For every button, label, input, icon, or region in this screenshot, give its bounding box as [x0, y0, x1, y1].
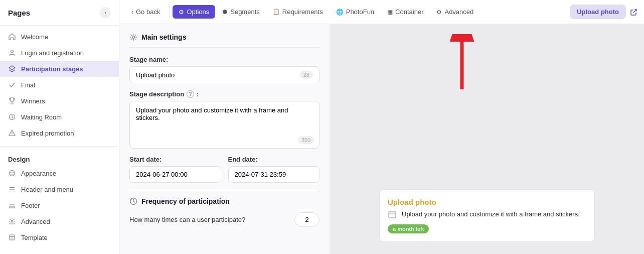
- checkmark-icon: [8, 81, 16, 89]
- frequency-count-input[interactable]: 2: [294, 212, 319, 227]
- sidebar-item-welcome[interactable]: Welcome: [0, 29, 119, 45]
- preview-card: Upload photo Upload your photo and custo…: [379, 189, 595, 242]
- stage-description-label: Stage description ? :: [129, 90, 319, 98]
- link-icon[interactable]: [630, 8, 638, 16]
- colon: :: [197, 90, 199, 98]
- sidebar-item-footer[interactable]: Footer: [0, 197, 119, 213]
- svg-rect-12: [10, 206, 15, 208]
- back-arrow-icon: ‹: [131, 9, 133, 16]
- pages-section: Welcome Login and registration Participa…: [0, 26, 119, 144]
- stage-name-field: Stage name: 28: [129, 56, 319, 83]
- frequency-icon: [129, 197, 137, 205]
- sidebar-item-label: Final: [21, 81, 35, 89]
- tab-label: Segments: [230, 8, 260, 16]
- main-settings-header: Main settings: [129, 33, 319, 48]
- sidebar-item-final[interactable]: Final: [0, 77, 119, 93]
- stage-name-label: Stage name:: [129, 56, 319, 63]
- sidebar-item-login[interactable]: Login and registration: [0, 45, 119, 61]
- design-section: Design Appearance Header and menu Footer…: [0, 149, 119, 248]
- sidebar-item-waiting-room[interactable]: Waiting Room: [0, 109, 119, 125]
- stage-description-textarea[interactable]: Upload your photo and customize it with …: [130, 101, 319, 147]
- tab-label: Advanced: [444, 8, 473, 16]
- sidebar-item-header[interactable]: Header and menu: [0, 181, 119, 197]
- start-date-field: Start date:: [129, 156, 221, 183]
- textarea-wrap: Upload your photo and customize it with …: [129, 101, 319, 149]
- upload-photo-label: Upload photo: [577, 8, 619, 16]
- sidebar-item-participation[interactable]: Participation stages: [0, 61, 119, 77]
- tab-label: PhotoFun: [346, 8, 374, 16]
- clock-icon: [8, 113, 16, 121]
- sidebar-collapse-button[interactable]: ‹: [100, 7, 111, 18]
- red-arrow-icon: [437, 34, 477, 94]
- upload-photo-button[interactable]: Upload photo: [570, 5, 626, 19]
- footer-icon: [8, 201, 16, 209]
- sidebar-item-expired[interactable]: Expired promotion: [0, 125, 119, 141]
- description-char-count: 250: [298, 136, 314, 144]
- alert-icon: [8, 129, 16, 137]
- sidebar-item-label: Template: [21, 234, 48, 241]
- svg-rect-22: [389, 212, 396, 218]
- help-icon[interactable]: ?: [187, 90, 194, 98]
- tab-label: Container: [395, 8, 423, 16]
- sidebar-item-appearance[interactable]: Appearance: [0, 165, 119, 181]
- svg-point-18: [132, 36, 135, 39]
- segments-icon: ⚈: [222, 9, 228, 16]
- sidebar-item-label: Welcome: [21, 33, 48, 41]
- sidebar-title: Pages: [8, 9, 30, 17]
- trophy-icon: [8, 97, 16, 105]
- sidebar-item-advanced[interactable]: Advanced: [0, 213, 119, 229]
- stage-name-input-wrap: 28: [129, 66, 319, 83]
- tab-advanced[interactable]: ⚙ Advanced: [430, 5, 479, 19]
- nav-divider: [169, 6, 170, 18]
- frequency-question: How many times can a user participate?: [129, 216, 245, 223]
- container-icon: ▦: [387, 9, 393, 16]
- start-date-input[interactable]: [129, 166, 221, 183]
- sidebar-item-winners[interactable]: Winners: [0, 93, 119, 109]
- sidebar-divider: [0, 146, 119, 147]
- design-section-label: Design: [0, 152, 119, 165]
- sidebar-item-label: Participation stages: [21, 65, 83, 73]
- main-settings-title: Main settings: [141, 33, 186, 41]
- palette-icon: [8, 169, 16, 177]
- tab-segments[interactable]: ⚈ Segments: [216, 5, 266, 19]
- svg-point-5: [11, 172, 12, 173]
- end-date-input[interactable]: [228, 166, 320, 183]
- tab-options[interactable]: ⚙ Options: [173, 5, 215, 19]
- preview-card-icon: [388, 210, 397, 219]
- svg-point-3: [12, 134, 12, 135]
- preview-card-title: Upload photo: [388, 198, 586, 206]
- stage-name-char-count: 28: [300, 71, 313, 79]
- back-label: Go back: [136, 8, 160, 16]
- svg-point-8: [13, 174, 14, 175]
- tab-photofun[interactable]: 🌐 PhotoFun: [330, 5, 380, 19]
- user-icon: [8, 49, 16, 57]
- svg-point-4: [10, 171, 15, 176]
- menu-icon: [8, 185, 16, 193]
- end-date-field: End date:: [228, 156, 320, 183]
- settings-icon: [8, 217, 16, 225]
- tab-container[interactable]: ▦ Container: [381, 5, 429, 19]
- photofun-icon: 🌐: [336, 9, 344, 16]
- main-content: ‹ Go back ⚙ Options ⚈ Segments 📋 Require…: [119, 0, 644, 254]
- sidebar-item-template[interactable]: Template: [0, 229, 119, 245]
- preview-badge: a month left: [388, 224, 429, 233]
- stage-name-input[interactable]: [136, 71, 300, 79]
- top-nav: ‹ Go back ⚙ Options ⚈ Segments 📋 Require…: [119, 0, 644, 24]
- preview-card-text: Upload your photo and customize it with …: [402, 210, 580, 218]
- home-icon: [8, 33, 16, 41]
- dates-row: Start date: End date:: [129, 156, 319, 183]
- end-date-label: End date:: [228, 156, 320, 163]
- section-divider: [129, 191, 319, 191]
- tab-requirements[interactable]: 📋 Requirements: [267, 5, 329, 19]
- sidebar-item-label: Login and registration: [21, 49, 84, 57]
- sidebar: Pages ‹ Welcome Login and registration P…: [0, 0, 119, 254]
- start-date-label: Start date:: [129, 156, 221, 163]
- sidebar-item-label: Advanced: [21, 218, 50, 225]
- template-icon: [8, 233, 16, 241]
- svg-rect-14: [12, 221, 13, 222]
- tab-label: Requirements: [282, 8, 323, 16]
- frequency-section-header: Frequency of participation: [129, 197, 319, 205]
- content-area: Main settings Stage name: 28 Stage descr…: [119, 24, 644, 254]
- back-button[interactable]: ‹ Go back: [125, 5, 166, 19]
- gear-icon: [129, 33, 137, 41]
